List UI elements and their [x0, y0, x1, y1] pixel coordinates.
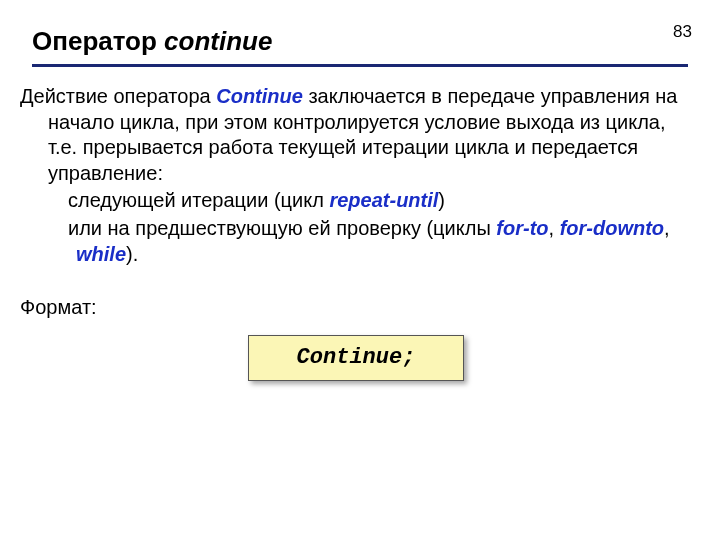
keyword-repeat-until: repeat-until — [329, 189, 438, 211]
title-prefix: Оператор — [32, 26, 164, 56]
list-item: следующей итерации (цикл repeat-until) — [48, 188, 692, 214]
keyword-while: while — [76, 243, 126, 265]
keyword-for-to: for-to — [496, 217, 548, 239]
bullet-text-prefix: или на предшествующую ей проверку (циклы — [68, 217, 496, 239]
format-label: Формат: — [20, 295, 692, 321]
keyword-for-downto: for-downto — [560, 217, 664, 239]
slide-title: Оператор continue — [32, 26, 688, 57]
bullet-text-suffix: ) — [438, 189, 445, 211]
intro-keyword: Continue — [216, 85, 303, 107]
sep: , — [549, 217, 560, 239]
intro-part1: Действие оператора — [20, 85, 216, 107]
code-box: Continue; — [248, 335, 465, 381]
bullet-list: следующей итерации (цикл repeat-until) и… — [20, 188, 692, 267]
code-box-container: Continue; — [20, 335, 692, 381]
bullet-text-prefix: следующей итерации (цикл — [68, 189, 329, 211]
title-underline — [32, 64, 688, 67]
sep: , — [664, 217, 670, 239]
bullet-text-suffix: ). — [126, 243, 138, 265]
list-item: или на предшествующую ей проверку (циклы… — [48, 216, 692, 267]
content-area: Действие оператора Continue заключается … — [20, 84, 692, 381]
title-operator: continue — [164, 26, 272, 56]
intro-paragraph: Действие оператора Continue заключается … — [20, 84, 692, 186]
